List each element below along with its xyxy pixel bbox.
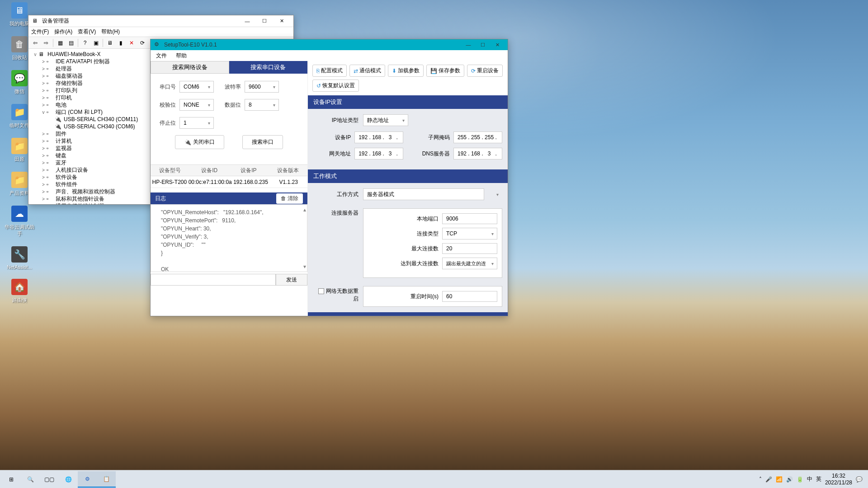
taskview-button[interactable]: ▢▢ xyxy=(40,471,59,488)
setup-title-text: SetupTool-E10 V1.0.1 xyxy=(164,42,462,48)
start-button[interactable]: ⊞ xyxy=(2,471,21,488)
setup-menu-help[interactable]: 帮助 xyxy=(176,52,187,60)
ip-section-header: 设备IP设置 xyxy=(308,95,508,109)
tb-refresh[interactable]: ⟳ xyxy=(137,38,147,47)
tb-btn1[interactable]: ▦ xyxy=(55,38,65,47)
send-button[interactable]: 发送 xyxy=(276,274,307,286)
databits-select[interactable]: 8 xyxy=(245,99,279,111)
taskbar: ⊞ 🔍 ▢▢ 🌐 ⚙ 📋 ˄ 🎤 📶 🔊 🔋 中 英 16:32 2022/11… xyxy=(0,470,868,488)
setup-window: ⚙ SetupTool-E10 V1.0.1 — ☐ ✕ 文件 帮助 搜索网络设… xyxy=(150,39,508,316)
local-port-input[interactable] xyxy=(442,213,497,224)
tray-chevron-icon[interactable]: ˄ xyxy=(759,476,762,483)
setup-icon: ⚙ xyxy=(154,41,161,48)
config-button[interactable]: ↺恢复默认设置 xyxy=(312,80,359,92)
desktop-icon-router[interactable]: 🏠路由侠 xyxy=(4,279,35,304)
tb-edge[interactable]: 🌐 xyxy=(59,471,78,488)
tray-lang2[interactable]: 英 xyxy=(816,475,821,483)
config-button[interactable]: ⟳重启设备 xyxy=(467,65,503,77)
log-body[interactable]: ▴▾ "OPYUN_RemoteHost": "192.168.0.164", … xyxy=(151,204,307,272)
dns-input[interactable] xyxy=(453,148,502,160)
menu-action[interactable]: 操作(A) xyxy=(54,28,72,36)
tray-clock[interactable]: 16:32 2022/11/28 xyxy=(825,473,852,486)
tray-wifi-icon[interactable]: 📶 xyxy=(776,476,783,483)
devmgr-titlebar[interactable]: 🖥 设备管理器 — ☐ ✕ xyxy=(28,15,293,27)
log-clear-button[interactable]: 🗑清除 xyxy=(276,193,303,204)
gateway-input[interactable] xyxy=(354,148,403,160)
device-table: 设备型号 设备ID 设备IP 设备版本 HP-ERS-T200 00:0c:e7… xyxy=(151,164,307,188)
maximize-button[interactable]: ☐ xyxy=(256,16,273,26)
device-row[interactable]: HP-ERS-T200 00:0c:e7:11:00:0a 192.168.0.… xyxy=(151,176,307,188)
tab-serial-search[interactable]: 搜索串口设备 xyxy=(229,61,308,74)
menu-file[interactable]: 文件(F) xyxy=(31,28,49,36)
tb-btn2[interactable]: ▤ xyxy=(66,38,76,47)
close-button[interactable]: ✕ xyxy=(274,16,290,26)
config-button[interactable]: ⎘配置模式 xyxy=(312,65,347,77)
restart-time-input[interactable] xyxy=(442,291,497,302)
work-mode-select[interactable]: 服务器模式 xyxy=(363,188,484,200)
tb-scan[interactable]: 🖥 xyxy=(105,38,115,47)
conn-type-select[interactable]: TCP xyxy=(442,228,497,239)
max-conn-input[interactable] xyxy=(442,243,497,254)
send-input[interactable] xyxy=(151,274,276,286)
tab-network-search[interactable]: 搜索网络设备 xyxy=(151,61,229,74)
tray-volume-icon[interactable]: 🔊 xyxy=(786,476,793,483)
tray-battery-icon[interactable]: 🔋 xyxy=(797,476,803,483)
setup-close-button[interactable]: ✕ xyxy=(491,40,504,49)
config-button[interactable]: ⇄通信模式 xyxy=(349,65,385,77)
tray-notification-icon[interactable]: 💬 xyxy=(856,476,863,483)
setup-right-panel: ⎘配置模式⇄通信模式⬇加载参数💾保存参数⟳重启设备↺恢复默认设置 设备IP设置 … xyxy=(308,61,508,316)
setup-menubar: 文件 帮助 xyxy=(151,50,508,61)
tb-app2[interactable]: 📋 xyxy=(97,471,116,488)
setup-maximize-button[interactable]: ☐ xyxy=(476,40,490,49)
work-section-header: 工作模式 xyxy=(308,169,508,183)
tb-app1[interactable]: ⚙ xyxy=(78,471,97,488)
setup-menu-file[interactable]: 文件 xyxy=(156,52,167,60)
no-data-restart-checkbox[interactable] xyxy=(318,288,324,294)
search-button[interactable]: 🔍 xyxy=(21,471,40,488)
search-serial-button[interactable]: 搜索串口 xyxy=(242,135,283,149)
tb-btn4[interactable]: ▣ xyxy=(91,38,101,47)
devmgr-title-text: 设备管理器 xyxy=(42,17,239,25)
log-header: 日志 🗑清除 xyxy=(151,192,307,204)
setup-left-panel: 搜索网络设备 搜索串口设备 串口号COM6 波特率9600 校验位NONE 数据… xyxy=(151,61,308,316)
on-max-select[interactable]: 踢出最先建立的连接 xyxy=(442,258,497,269)
tb-help[interactable]: ? xyxy=(80,38,90,47)
system-tray: ˄ 🎤 📶 🔊 🔋 中 英 16:32 2022/11/28 💬 xyxy=(755,473,866,486)
setup-titlebar[interactable]: ⚙ SetupTool-E10 V1.0.1 — ☐ ✕ xyxy=(151,39,508,50)
config-button[interactable]: ⬇加载参数 xyxy=(388,65,424,77)
stopbits-select[interactable]: 1 xyxy=(179,117,214,129)
subnet-mask-input[interactable] xyxy=(453,131,502,143)
device-ip-input[interactable] xyxy=(354,131,403,143)
parity-select[interactable]: NONE xyxy=(179,99,214,111)
ip-type-select[interactable]: 静态地址 xyxy=(363,114,408,126)
baud-select[interactable]: 9600 xyxy=(245,81,279,93)
tb-btn6[interactable]: ▮ xyxy=(116,38,126,47)
tray-lang1[interactable]: 中 xyxy=(807,475,812,483)
serial-section-header: 串口参数设置 xyxy=(308,312,508,316)
desktop-icon-netassist[interactable]: 🔧NetAssist... xyxy=(4,246,35,270)
close-serial-button[interactable]: 🔌关闭串口 xyxy=(175,135,224,149)
com-select[interactable]: COM6 xyxy=(179,81,214,93)
trash-icon: 🗑 xyxy=(281,195,286,202)
minimize-button[interactable]: — xyxy=(239,16,255,26)
tb-fwd[interactable]: ⇨ xyxy=(41,38,51,47)
menu-help[interactable]: 帮助(H) xyxy=(101,28,120,36)
setup-minimize-button[interactable]: — xyxy=(462,40,475,49)
devmgr-icon: 🖥 xyxy=(32,18,39,25)
devmgr-menubar: 文件(F) 操作(A) 查看(V) 帮助(H) xyxy=(28,27,293,37)
config-button[interactable]: 💾保存参数 xyxy=(426,65,464,77)
plug-icon: 🔌 xyxy=(184,139,191,145)
tb-back[interactable]: ⇦ xyxy=(30,38,40,47)
desktop-icon-cloud[interactable]: ☁华谷云调试助手 xyxy=(4,206,35,237)
tray-mic-icon[interactable]: 🎤 xyxy=(765,476,772,483)
tb-remove[interactable]: ✕ xyxy=(127,38,137,47)
menu-view[interactable]: 查看(V) xyxy=(78,28,96,36)
